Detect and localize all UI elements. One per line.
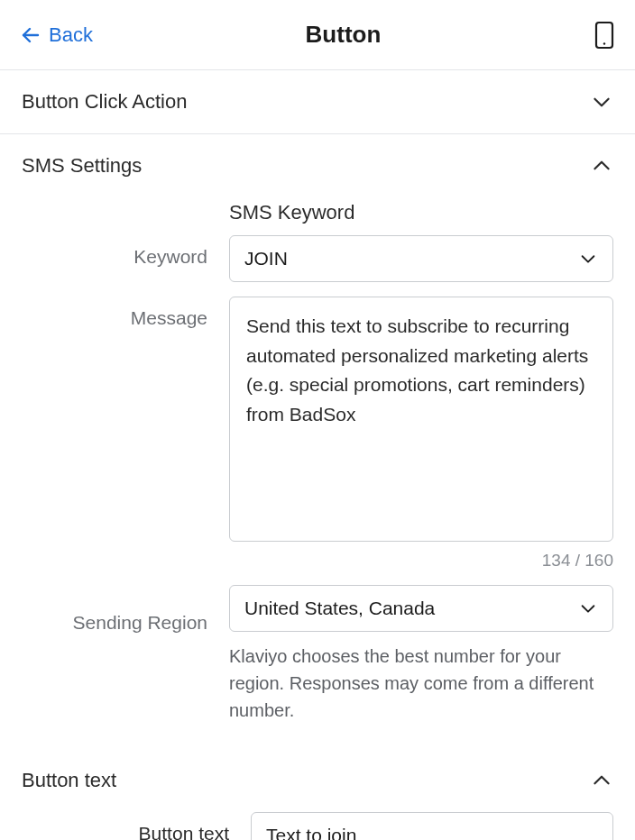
top-bar: Back Button bbox=[0, 0, 635, 70]
button-text-row: Button text Text to join bbox=[22, 812, 613, 840]
mobile-preview-button[interactable] bbox=[594, 21, 615, 50]
section-sms-settings-title: SMS Settings bbox=[22, 154, 142, 178]
message-label: Message bbox=[22, 297, 207, 329]
button-text-value: Text to join bbox=[266, 825, 356, 840]
sms-keyword-subhead: SMS Keyword bbox=[229, 201, 613, 224]
region-row: Sending Region United States, Canada Kla… bbox=[22, 585, 613, 724]
keyword-label: Keyword bbox=[22, 235, 207, 268]
region-value: United States, Canada bbox=[244, 598, 435, 619]
keyword-row: Keyword JOIN bbox=[22, 235, 613, 282]
region-select[interactable]: United States, Canada bbox=[229, 585, 613, 632]
section-button-text-header[interactable]: Button text bbox=[0, 756, 635, 812]
region-helper-text: Klaviyo chooses the best number for your… bbox=[229, 643, 613, 724]
keyword-value: JOIN bbox=[244, 248, 288, 269]
section-sms-settings-body: SMS Keyword Keyword JOIN Message Send th… bbox=[0, 201, 635, 756]
chevron-up-icon bbox=[590, 154, 613, 178]
message-textarea[interactable]: Send this text to subscribe to recurring… bbox=[229, 297, 613, 542]
section-sms-settings-header[interactable]: SMS Settings bbox=[0, 134, 635, 197]
arrow-left-icon bbox=[20, 24, 41, 46]
region-label: Sending Region bbox=[22, 585, 207, 634]
back-button[interactable]: Back bbox=[20, 23, 93, 47]
section-button-text-body: Button text Text to join Font Arial 24px bbox=[0, 812, 635, 840]
page-title: Button bbox=[306, 21, 382, 49]
button-text-input[interactable]: Text to join bbox=[251, 812, 613, 840]
chevron-down-icon bbox=[578, 249, 598, 269]
message-char-count: 134 / 160 bbox=[229, 551, 613, 571]
back-label: Back bbox=[49, 23, 93, 47]
keyword-select[interactable]: JOIN bbox=[229, 235, 613, 282]
button-text-label: Button text bbox=[22, 812, 229, 840]
section-click-action-header[interactable]: Button Click Action bbox=[0, 70, 635, 134]
section-button-text-title: Button text bbox=[22, 769, 116, 792]
chevron-down-icon bbox=[578, 598, 598, 618]
message-row: Message Send this text to subscribe to r… bbox=[22, 297, 613, 571]
section-click-action-title: Button Click Action bbox=[22, 90, 187, 114]
chevron-down-icon bbox=[590, 90, 613, 114]
chevron-up-icon bbox=[590, 769, 613, 792]
svg-point-2 bbox=[603, 42, 605, 44]
